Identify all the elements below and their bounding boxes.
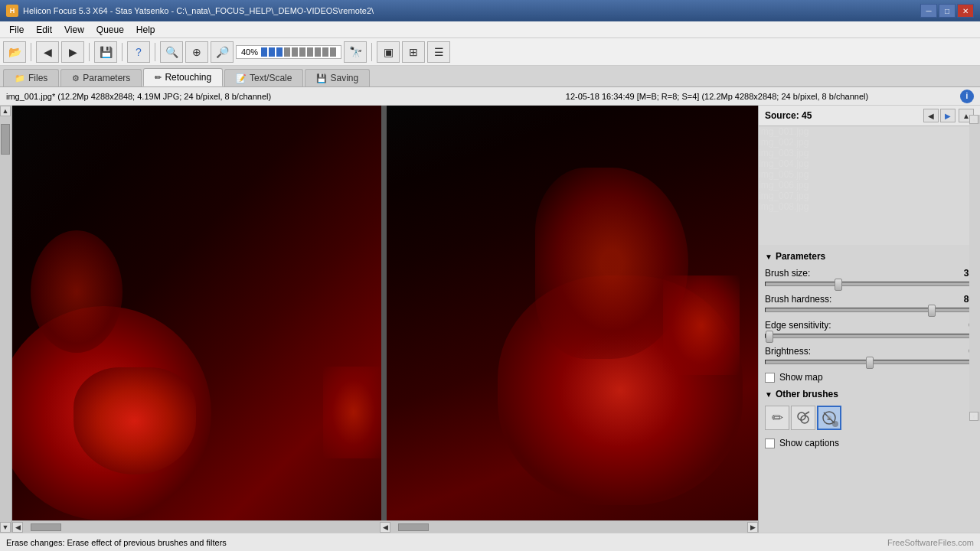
params-arrow-icon: ▼ (765, 253, 773, 261)
brush-size-thumb[interactable] (835, 279, 842, 291)
tab-saving[interactable]: 💾 Saving (305, 69, 370, 86)
file-item-1[interactable]: img_001.jpg (759, 126, 969, 137)
infobar: img_001.jpg* (12.2Mp 4288x2848; 4.19M JP… (0, 87, 980, 106)
brightness-row: Brightness: 0 (765, 346, 974, 364)
source-next-button[interactable]: ▶ (940, 109, 956, 122)
zoom-level: 40% (236, 45, 341, 59)
back-button[interactable]: ◀ (36, 41, 59, 63)
view3-button[interactable]: ☰ (427, 41, 450, 63)
forward-button[interactable]: ▶ (61, 41, 84, 63)
file-item-6[interactable]: img_006.jpg (759, 180, 969, 191)
file-item-5[interactable]: img_005.jpg (759, 169, 969, 180)
brush-size-label: Brush size: 35 (765, 268, 974, 279)
brush-hardness-thumb[interactable] (928, 305, 936, 317)
titlebar: H Helicon Focus 5.3 X64 - Stas Yatsenko … (0, 0, 980, 21)
close-button[interactable]: ✕ (957, 4, 974, 18)
textscale-icon: 📝 (236, 73, 247, 83)
minimize-button[interactable]: ─ (920, 4, 937, 18)
zoom-in-button[interactable]: 🔭 (344, 41, 367, 63)
tab-files[interactable]: 📁 Files (3, 69, 59, 86)
scroll-down-arrow[interactable]: ▼ (0, 522, 11, 533)
zoom-fit-button[interactable]: 🔍 (160, 41, 183, 63)
brush-buttons: ✏ (765, 406, 974, 430)
tab-textscale[interactable]: 📝 Text/Scale (224, 69, 303, 86)
left-vscrollbar[interactable]: ▲ ▼ (0, 106, 12, 533)
hscroll-thumb-right[interactable] (398, 523, 429, 531)
save-button[interactable]: 💾 (94, 41, 117, 63)
panel-divider[interactable] (381, 106, 384, 520)
maximize-button[interactable]: □ (939, 4, 956, 18)
left-image (12, 106, 384, 520)
info-button[interactable]: i (960, 90, 974, 103)
menubar: File Edit View Queue Help (0, 21, 980, 38)
source-header: Source: 45 ◀ ▶ ▲ (759, 106, 980, 126)
show-captions-checkbox[interactable] (765, 439, 775, 448)
app-icon: H (6, 5, 18, 17)
sep3 (122, 43, 122, 61)
file-item-8[interactable]: img_008.jpg (759, 201, 969, 212)
file-list-wrap: img_001.jpg img_002.jpg img_003.jpg img_… (759, 126, 980, 245)
erase-brush-button[interactable] (817, 406, 841, 430)
sep1 (31, 43, 31, 61)
menu-edit[interactable]: Edit (30, 23, 58, 37)
hscroll-mid-arrow[interactable]: ◀ (380, 522, 390, 533)
window-controls: ─ □ ✕ (920, 4, 974, 18)
file-item-3[interactable]: img_003.jpg (759, 148, 969, 158)
source-title: Source: 45 (765, 110, 922, 121)
source-prev-button[interactable]: ◀ (923, 109, 939, 122)
right-panel-scrollbar[interactable]: ▲ ▼ (969, 115, 980, 421)
help-button[interactable]: ? (127, 41, 150, 63)
clone-brush-button[interactable] (791, 406, 815, 430)
file-item-7[interactable]: img_007.jpg (759, 191, 969, 201)
other-brushes-section-header[interactable]: ▼ Other brushes (765, 389, 974, 399)
canvas-row: ▲ ▼ (0, 106, 758, 533)
svg-line-2 (805, 412, 809, 414)
edge-sensitivity-row: Edge sensitivity: 0 (765, 320, 974, 338)
show-captions-row[interactable]: Show captions (765, 438, 974, 448)
info-metadata: 12-05-18 16:34:49 [M=B; R=8; S=4] (12.2M… (480, 92, 954, 101)
statusbar: Erase changes: Erase effect of previous … (0, 533, 980, 551)
open-button[interactable]: 📂 (3, 41, 26, 63)
parameters-icon: ⚙ (72, 73, 80, 83)
hscroll-thumb-left[interactable] (31, 523, 61, 531)
tab-retouching[interactable]: ✏ Retouching (143, 68, 223, 86)
view2-button[interactable]: ⊞ (402, 41, 425, 63)
tab-parameters[interactable]: ⚙ Parameters (60, 69, 142, 86)
hscroll-left-arrow[interactable]: ◀ (12, 522, 23, 533)
brush-hardness-label: Brush hardness: 80 (765, 294, 974, 305)
scroll-thumb[interactable] (1, 124, 10, 155)
menu-help[interactable]: Help (130, 23, 162, 37)
show-map-row[interactable]: Show map (765, 372, 974, 383)
file-item-4[interactable]: img_004.jpg (759, 158, 969, 169)
view1-button[interactable]: ▣ (377, 41, 400, 63)
scroll-up-arrow[interactable]: ▲ (0, 106, 11, 116)
edge-sensitivity-label: Edge sensitivity: 0 (765, 320, 974, 331)
brush-size-track (765, 282, 974, 286)
brightness-thumb[interactable] (866, 357, 874, 369)
brush-hardness-row: Brush hardness: 80 (765, 294, 974, 312)
hscroll-right-arrow[interactable]: ▶ (747, 522, 758, 533)
edge-sensitivity-thumb[interactable] (766, 331, 773, 343)
zoom-select-button[interactable]: ⊕ (185, 41, 208, 63)
scroll-track (0, 116, 11, 522)
show-map-checkbox[interactable] (765, 373, 775, 383)
retouching-icon: ✏ (155, 73, 162, 83)
right-image-panel[interactable] (387, 106, 759, 520)
sep5 (371, 43, 372, 61)
rpanel-scroll-up[interactable]: ▲ (969, 115, 978, 124)
parameters-section-header[interactable]: ▼ Parameters (765, 251, 974, 262)
canvas-wrap: ▲ ▼ (0, 106, 758, 533)
left-image-panel[interactable] (12, 106, 387, 520)
zoom-out-button[interactable]: 🔎 (211, 41, 234, 63)
sep4 (155, 43, 155, 61)
saving-icon: 💾 (316, 73, 327, 83)
file-item-2[interactable]: img_002.jpg (759, 137, 969, 148)
sep2 (89, 43, 90, 61)
hscrollbar[interactable]: ◀ ◀ ▶ (12, 520, 758, 533)
rpanel-scroll-down[interactable]: ▼ (969, 412, 978, 421)
menu-view[interactable]: View (58, 23, 90, 37)
menu-file[interactable]: File (3, 23, 30, 37)
paint-brush-button[interactable]: ✏ (765, 406, 789, 430)
zoom-bar (261, 47, 336, 57)
menu-queue[interactable]: Queue (90, 23, 130, 37)
